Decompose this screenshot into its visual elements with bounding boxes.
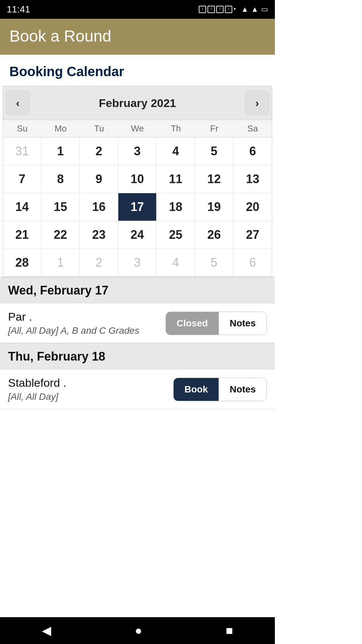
booking-calendar-heading: Booking Calendar — [0, 55, 275, 86]
day-name-sa: Sa — [233, 120, 272, 137]
app-title: Book a Round — [9, 27, 111, 45]
booking-name-1-0: Stableford . — [8, 376, 66, 389]
booking-name-0-0: Par . — [8, 310, 139, 323]
calendar-cell-17[interactable]: 17 — [118, 193, 157, 221]
day-section-header-1: Thu, February 18 — [0, 343, 275, 370]
app-header: Book a Round — [0, 19, 275, 55]
day-section-header-0: Wed, February 17 — [0, 277, 275, 304]
calendar-header: ‹ February 2021 › — [3, 86, 272, 120]
calendar-cell-20[interactable]: 20 — [233, 193, 272, 221]
status-bar: 11:41 ! ! ! ! • ▲ ▲ ▭ — [0, 0, 275, 19]
dot-icon: • — [234, 6, 236, 13]
notification-icons: ! ! ! ! • — [199, 6, 236, 13]
calendar-cell-5[interactable]: 5 — [195, 138, 234, 165]
booking-info-1-0: Stableford .[All, All Day] — [8, 376, 66, 402]
booking-meta-0-0: [All, All Day] A, B and C Grades — [8, 325, 139, 336]
calendar-cell-26[interactable]: 26 — [195, 221, 234, 249]
day-name-we: We — [118, 120, 157, 137]
booking-info-0-0: Par .[All, All Day] A, B and C Grades — [8, 310, 139, 336]
calendar-cell-27[interactable]: 27 — [233, 221, 272, 249]
calendar-cell-34[interactable]: 6 — [233, 249, 272, 277]
calendar-cell-30[interactable]: 2 — [80, 249, 118, 277]
calendar-cell-22[interactable]: 22 — [42, 221, 80, 249]
calendar-cell-25[interactable]: 25 — [157, 221, 195, 249]
notes-button-1-0[interactable]: Notes — [219, 378, 266, 401]
calendar-cell-0[interactable]: 31 — [3, 138, 42, 165]
notif-icon-2: ! — [207, 6, 215, 13]
calendar-cell-33[interactable]: 5 — [195, 249, 234, 277]
day-name-th: Th — [157, 120, 195, 137]
home-button[interactable]: ● — [135, 624, 142, 638]
calendar-cell-12[interactable]: 12 — [195, 165, 234, 193]
calendar-cell-11[interactable]: 11 — [157, 165, 195, 193]
android-nav-bar: ◀ ● ■ — [0, 617, 275, 644]
calendar-month-title: February 2021 — [99, 97, 176, 110]
calendar-days-header: Su Mo Tu We Th Fr Sa — [3, 120, 272, 138]
notif-icon-3: ! — [216, 6, 224, 13]
day-section-1: Thu, February 18Stableford .[All, All Da… — [0, 343, 275, 409]
recents-button[interactable]: ■ — [226, 624, 233, 638]
battery-icon: ▭ — [261, 5, 268, 14]
wifi-icon: ▲ — [241, 5, 248, 14]
notif-icon-1: ! — [199, 6, 206, 13]
day-name-tu: Tu — [80, 120, 118, 137]
calendar: ‹ February 2021 › Su Mo Tu We Th Fr Sa 3… — [3, 86, 272, 277]
booking-buttons-1-0: BookNotes — [173, 378, 267, 401]
calendar-cell-13[interactable]: 13 — [233, 165, 272, 193]
calendar-cell-21[interactable]: 21 — [3, 221, 42, 249]
calendar-cell-16[interactable]: 16 — [80, 193, 118, 221]
day-section-0: Wed, February 17Par .[All, All Day] A, B… — [0, 277, 275, 343]
calendar-cell-2[interactable]: 2 — [80, 138, 118, 165]
calendar-cell-8[interactable]: 8 — [42, 165, 80, 193]
calendar-cell-31[interactable]: 3 — [118, 249, 157, 277]
booking-meta-1-0: [All, All Day] — [8, 391, 66, 402]
day-name-fr: Fr — [195, 120, 234, 137]
next-month-button[interactable]: › — [245, 91, 269, 115]
calendar-cell-4[interactable]: 4 — [157, 138, 195, 165]
back-button[interactable]: ◀ — [42, 624, 51, 638]
prev-month-button[interactable]: ‹ — [6, 91, 30, 115]
calendar-cell-10[interactable]: 10 — [118, 165, 157, 193]
booking-item-0-0: Par .[All, All Day] A, B and C GradesClo… — [0, 304, 275, 343]
status-icons: ! ! ! ! • ▲ ▲ ▭ — [199, 5, 268, 14]
calendar-cell-18[interactable]: 18 — [157, 193, 195, 221]
status-time: 11:41 — [7, 4, 30, 15]
notif-icon-4: ! — [225, 6, 232, 13]
calendar-cell-29[interactable]: 1 — [42, 249, 80, 277]
book-button-1-0[interactable]: Book — [174, 378, 219, 401]
calendar-cell-15[interactable]: 15 — [42, 193, 80, 221]
signal-icon: ▲ — [251, 5, 258, 14]
main-content: Booking Calendar ‹ February 2021 › Su Mo… — [0, 55, 275, 439]
day-name-mo: Mo — [42, 120, 80, 137]
calendar-cell-9[interactable]: 9 — [80, 165, 118, 193]
closed-button-0-0[interactable]: Closed — [166, 312, 219, 335]
calendar-cell-19[interactable]: 19 — [195, 193, 234, 221]
calendar-cell-23[interactable]: 23 — [80, 221, 118, 249]
calendar-cell-3[interactable]: 3 — [118, 138, 157, 165]
calendar-cell-32[interactable]: 4 — [157, 249, 195, 277]
calendar-grid: 3112345678910111213141516171819202122232… — [3, 138, 272, 277]
booking-item-1-0: Stableford .[All, All Day]BookNotes — [0, 370, 275, 409]
booking-buttons-0-0: ClosedNotes — [166, 312, 267, 335]
calendar-cell-28[interactable]: 28 — [3, 249, 42, 277]
calendar-cell-24[interactable]: 24 — [118, 221, 157, 249]
day-sections-container: Wed, February 17Par .[All, All Day] A, B… — [0, 277, 275, 409]
day-name-su: Su — [3, 120, 42, 137]
calendar-cell-1[interactable]: 1 — [42, 138, 80, 165]
calendar-cell-14[interactable]: 14 — [3, 193, 42, 221]
notes-button-0-0[interactable]: Notes — [219, 312, 266, 335]
calendar-cell-7[interactable]: 7 — [3, 165, 42, 193]
calendar-cell-6[interactable]: 6 — [233, 138, 272, 165]
